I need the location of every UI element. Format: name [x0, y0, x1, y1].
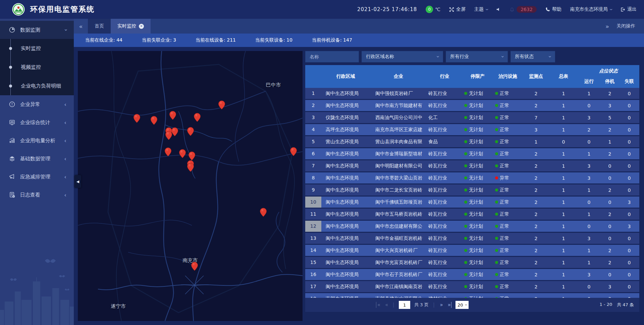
tabs-scroll-left-icon[interactable]: «: [74, 19, 88, 34]
cell-industry: 砖瓦行业: [427, 163, 462, 169]
table-row[interactable]: 7阆中生态环境局阆中明阳建材有限公司砖瓦行业无计划正常21300: [305, 160, 639, 171]
table-row[interactable]: 11阆中生态环境局阆中市五马桥页岩机砖砖瓦行业无计划正常21120: [305, 209, 639, 220]
prev-page-icon[interactable]: «: [384, 302, 388, 308]
cell-stopped: 0: [600, 175, 619, 181]
cell-total-meters: 1: [549, 151, 578, 157]
table-row[interactable]: 16阆中生态环境局阆中市石子页岩机砖厂砖瓦行业无计划正常21300: [305, 269, 639, 280]
map-marker-icon[interactable]: [133, 114, 141, 123]
cell-offline: 0: [619, 236, 639, 241]
table-row[interactable]: 15阆中生态环境局阆中市光富页岩机砖厂砖瓦行业无计划正常21120: [305, 257, 639, 268]
status-dot-icon: [464, 261, 467, 264]
table-row[interactable]: 2阆中生态环境局阆中市南方节能建材有砖瓦行业无计划正常21030: [305, 100, 639, 111]
chevron-left-icon: ‹: [64, 156, 66, 162]
status-dot-icon: [495, 128, 498, 131]
facility-status-label: 正常: [500, 284, 509, 290]
theme-dropdown[interactable]: 主题 ‹: [474, 6, 487, 12]
cell-facility-status: 异常: [493, 175, 523, 181]
table-row[interactable]: 13阆中生态环境局阆中市金福旺页岩机砖砖瓦行业无计划正常21300: [305, 233, 639, 244]
map-collapse-button[interactable]: ◀: [74, 175, 81, 188]
facility-status-label: 正常: [500, 139, 509, 145]
industry-filter-select[interactable]: 所有行业 ‹: [446, 51, 508, 62]
map-marker-icon[interactable]: [165, 131, 172, 140]
table-row[interactable]: 18南部生态环境局南部县建兴水泥有限公建材行业无计划正常21030: [305, 293, 639, 298]
sidebar-subitem-0-0[interactable]: 实时监控: [0, 39, 74, 58]
table-row[interactable]: 1阆中生态环境局阆中强锐页岩砖厂砖瓦行业无计划正常21120: [305, 88, 639, 99]
fullscreen-button[interactable]: 全屏: [449, 6, 466, 12]
map-marker-icon[interactable]: [187, 163, 194, 172]
logout-button[interactable]: 退出: [620, 6, 637, 12]
cell-offline: 0: [619, 272, 639, 277]
map-marker-icon[interactable]: [164, 147, 172, 157]
cell-monitor-points: 2: [523, 212, 549, 217]
sidebar-section-5[interactable]: 应急减排管理‹: [0, 168, 74, 186]
notifications[interactable]: 2632: [509, 6, 537, 13]
map-marker-icon[interactable]: [194, 113, 201, 122]
cell-limit-status: 无计划: [462, 163, 493, 169]
cell-region: 阆中生态环境局: [321, 284, 370, 290]
first-page-icon[interactable]: «: [376, 302, 380, 308]
cell-industry: 砖瓦行业: [427, 235, 462, 241]
table-row[interactable]: 8阆中生态环境局阆中市枣碧大梁山页岩砖瓦行业无计划异常21300: [305, 172, 639, 183]
map-panel[interactable]: 巴中市南充市遂宁市 ◀: [78, 51, 303, 321]
map-marker-icon[interactable]: [290, 147, 297, 156]
sidebar-section-2[interactable]: 企业综合统计‹: [0, 113, 74, 131]
name-filter-input[interactable]: [310, 54, 355, 59]
sidebar-section-3[interactable]: 企业用电量分析‹: [0, 131, 74, 150]
table-row[interactable]: 10阆中生态环境局阆中千佛镇五郎垭页岩砖瓦行业无计划正常21003: [305, 197, 639, 208]
table-row[interactable]: 5营山生态环境局营山县润丰肉食品有限食品无计划正常10010: [305, 136, 639, 147]
page-size-select[interactable]: 20 ‹: [455, 301, 469, 309]
cell-offline: 0: [619, 175, 639, 181]
help-button[interactable]: 帮助: [545, 6, 561, 12]
cell-industry: 砖瓦行业: [427, 127, 462, 133]
map-marker-icon[interactable]: [260, 208, 267, 217]
tabs-scroll-right-icon[interactable]: »: [605, 23, 609, 30]
mute-button[interactable]: [496, 7, 501, 12]
alert-icon: [9, 101, 15, 108]
cell-running: 0: [578, 103, 600, 108]
sidebar-section-1[interactable]: 企业异常‹: [0, 95, 74, 113]
cell-facility-status: 正常: [493, 211, 523, 217]
table-row[interactable]: 4高坪生态环境局南充市高坪区王家店建砖瓦行业无计划正常31220: [305, 124, 639, 135]
region-filter-select[interactable]: 行政区域名称 ‹: [362, 51, 443, 62]
map-marker-icon[interactable]: [150, 116, 158, 125]
cell-company: 营山县润丰肉食品有限: [370, 139, 427, 145]
table-row[interactable]: 9阆中生态环境局阆中市二龙长宝页岩砖砖瓦行业无计划正常21120: [305, 184, 639, 196]
map-marker-icon[interactable]: [191, 262, 198, 271]
page-input[interactable]: [399, 301, 410, 309]
cell-offline: 0: [619, 127, 639, 132]
sidebar-subitem-0-1[interactable]: 视频监控: [0, 58, 74, 76]
last-page-icon[interactable]: »: [447, 302, 451, 308]
table-row[interactable]: 3仪陇生态环境局西南油气田分公司川中化工无计划正常71350: [305, 112, 639, 123]
close-operations-button[interactable]: 关闭操作: [616, 23, 635, 29]
close-icon[interactable]: ✕: [139, 24, 144, 29]
map-marker-icon[interactable]: [187, 127, 194, 136]
map-marker-icon[interactable]: [169, 111, 176, 120]
cell-limit-status: 无计划: [462, 91, 493, 97]
org-dropdown[interactable]: 南充市生态环境局 ‹: [570, 6, 611, 12]
cell-stopped: 3: [600, 284, 619, 289]
table-row[interactable]: 17阆中生态环境局阆中市江南镇阆南页岩砖瓦行业无计划正常21030: [305, 281, 639, 292]
table-row[interactable]: 12阆中生态环境局阆中市忠信建材有限公砖瓦行业无计划正常21003: [305, 221, 639, 232]
sidebar-subitem-0-2[interactable]: 企业电力负荷明细: [0, 76, 74, 95]
map-marker-icon[interactable]: [218, 100, 225, 110]
facility-status-label: 正常: [500, 260, 509, 266]
column-header-limit: 停限产: [462, 65, 493, 88]
cell-company: 阆中强锐页岩砖厂: [370, 91, 427, 97]
table-row[interactable]: 6阆中生态环境局阆中市金博瑞新型墙材砖瓦行业无计划正常21120: [305, 148, 639, 159]
sidebar-section-6[interactable]: 日志查看‹: [0, 186, 74, 204]
map-marker-icon[interactable]: [179, 149, 186, 158]
cell-region: 高坪生态环境局: [321, 127, 370, 133]
cell-facility-status: 正常: [493, 103, 523, 109]
tab-1[interactable]: 实时监控✕: [111, 19, 151, 34]
sidebar-section-0[interactable]: 数据监测‹: [0, 21, 74, 39]
next-page-icon[interactable]: »: [439, 302, 443, 308]
cell-stopped: 0: [600, 163, 619, 169]
cell-limit-status: 无计划: [462, 151, 493, 157]
chevron-left-icon: ‹: [64, 192, 66, 198]
sidebar-section-4[interactable]: 基础数据管理‹: [0, 150, 74, 168]
tab-0[interactable]: 首页: [88, 19, 111, 34]
map-marker-icon[interactable]: [188, 151, 196, 161]
status-filter-select[interactable]: 所有状态 ‹: [511, 51, 555, 62]
table-row[interactable]: 14阆中生态环境局阆中大兴页岩机砖厂砖瓦行业无计划正常21120: [305, 245, 639, 256]
column-header-industry: 行业: [427, 65, 462, 88]
